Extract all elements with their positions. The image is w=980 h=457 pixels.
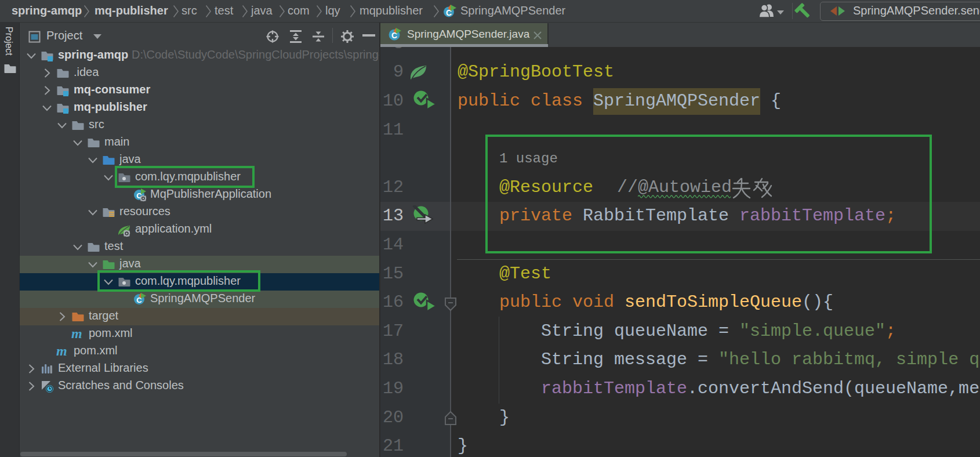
svg-text:m: m <box>56 344 67 358</box>
svg-text:m: m <box>71 327 82 341</box>
